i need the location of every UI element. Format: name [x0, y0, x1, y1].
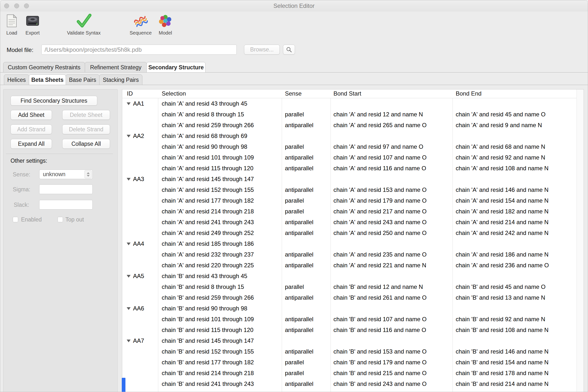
table-row[interactable]: chain 'A' and resid 152 through 155antip… [122, 184, 577, 195]
cell-selection: chain 'B' and resid 241 through 243 [158, 378, 282, 389]
cell-sense: antiparallel [282, 228, 330, 238]
table-row[interactable]: AA6chain 'B' and resid 90 through 98 [122, 303, 577, 314]
model-button[interactable]: Model [158, 12, 172, 36]
validate-syntax-button[interactable]: Validate Syntax [67, 12, 101, 36]
disclosure-triangle-icon[interactable] [127, 242, 130, 245]
cell-sense: antiparallel [282, 260, 330, 271]
cell-selection: chain 'A' and resid 232 through 237 [158, 249, 282, 260]
cell-bond-start: chain 'B' and resid 12 and name N [330, 282, 452, 292]
load-label: Load [6, 30, 18, 36]
disclosure-triangle-icon[interactable] [127, 307, 130, 310]
table-row[interactable]: chain 'B' and resid 8 through 15parallel… [122, 282, 577, 292]
sigma-input[interactable] [39, 184, 92, 194]
table-row[interactable]: chain 'B' and resid 241 through 243antip… [122, 378, 577, 389]
cell-bond-end: chain 'A' and resid 45 and name O [452, 109, 577, 120]
table-row[interactable]: chain 'A' and resid 115 through 120antip… [122, 163, 577, 174]
sub-tabs: Helices Beta Sheets Base Pairs Stacking … [4, 74, 142, 85]
tab-secondary-structure[interactable]: Secondary Structure [146, 62, 206, 72]
table-row[interactable]: AA4chain 'A' and resid 185 through 186 [122, 238, 577, 249]
cell-bond-start: chain 'A' and resid 116 and name O [330, 163, 452, 174]
column-header-bond-start[interactable]: Bond Start [330, 90, 452, 98]
table-row[interactable]: chain 'B' and resid 177 through 182paral… [122, 357, 577, 368]
cell-selection: chain 'A' and resid 241 through 243 [158, 217, 282, 228]
cell-bond-start: chain 'A' and resid 97 and name O [330, 141, 452, 152]
table-row[interactable]: chain 'A' and resid 214 through 218paral… [122, 206, 577, 217]
sequence-button[interactable]: Sequence [130, 12, 152, 36]
cell-selection: chain 'A' and resid 90 through 98 [158, 141, 282, 152]
cell-sense: antiparallel [282, 217, 330, 228]
cell-bond-end: chain 'A' and resid 154 and name N [452, 195, 577, 206]
cell-bond-end: chain 'A' and resid 242 and name N [452, 228, 577, 238]
cell-id: AA7 [122, 336, 158, 346]
table-row[interactable]: chain 'A' and resid 259 through 266antip… [122, 120, 577, 130]
slack-input[interactable] [39, 200, 92, 210]
tab-beta-sheets[interactable]: Beta Sheets [29, 74, 66, 85]
cell-bond-start: chain 'A' and resid 153 and name O [330, 184, 452, 195]
table-row[interactable]: AA7chain 'B' and resid 145 through 147 [122, 336, 577, 346]
table-row[interactable]: chain 'B' and resid 115 through 120antip… [122, 324, 577, 336]
table-row[interactable]: AA1chain 'A' and resid 43 through 45 [122, 98, 577, 109]
disclosure-triangle-icon[interactable] [127, 340, 130, 342]
sense-dropdown[interactable]: unknown [39, 170, 92, 179]
tab-helices[interactable]: Helices [4, 74, 29, 85]
sequence-squiggle-icon [133, 12, 148, 30]
disclosure-triangle-icon[interactable] [127, 178, 130, 180]
add-sheet-button[interactable]: Add Sheet [10, 110, 52, 120]
table-row[interactable]: chain 'A' and resid 220 through 225antip… [122, 260, 577, 271]
search-button[interactable] [283, 44, 295, 55]
table-row[interactable]: chain 'A' and resid 232 through 237antip… [122, 249, 577, 260]
table-row[interactable]: chain 'A' and resid 241 through 243antip… [122, 217, 577, 228]
column-header-id[interactable]: ID [122, 90, 158, 98]
table-header: ID Selection Sense Bond Start Bond End [122, 90, 577, 98]
browse-button[interactable]: Browse... [244, 44, 280, 55]
find-secondary-structures-button[interactable]: Find Secondary Structures [10, 96, 97, 106]
cell-bond-end: chain 'A' and resid 236 and name O [452, 260, 577, 271]
load-button[interactable]: Load [6, 12, 18, 36]
cell-bond-end: chain 'B' and resid 45 and name O [452, 282, 577, 292]
column-header-bond-end[interactable]: Bond End [452, 90, 577, 98]
column-header-sense[interactable]: Sense [282, 90, 330, 98]
column-header-selection[interactable]: Selection [158, 90, 282, 98]
tab-refinement-strategy[interactable]: Refinement Strategy [85, 62, 147, 72]
vertical-scrollbar[interactable] [576, 90, 584, 392]
enabled-checkbox[interactable] [13, 217, 18, 222]
disclosure-triangle-icon[interactable] [127, 135, 130, 138]
tab-base-pairs[interactable]: Base Pairs [66, 74, 100, 85]
add-strand-button[interactable]: Add Strand [10, 124, 52, 134]
cell-bond-end: chain 'A' and resid 214 and name N [452, 217, 577, 228]
table-row[interactable]: AA2chain 'A' and resid 68 through 69 [122, 130, 577, 141]
partially-visible-selected-row[interactable] [122, 378, 126, 392]
column-divider [158, 90, 158, 392]
main-tabs: Custom Geometry Restraints Refinement St… [3, 62, 205, 72]
cell-bond-end: chain 'B' and resid 178 and name N [452, 368, 577, 378]
tab-stacking-pairs[interactable]: Stacking Pairs [99, 74, 142, 85]
table-row[interactable]: chain 'B' and resid 259 through 266antip… [122, 292, 577, 303]
table-row[interactable]: chain 'B' and resid 152 through 155antip… [122, 346, 577, 357]
cell-bond-end: chain 'B' and resid 108 and name N [452, 324, 577, 336]
table-row[interactable]: chain 'A' and resid 8 through 15parallel… [122, 109, 577, 120]
table-row[interactable]: AA5chain 'B' and resid 43 through 45 [122, 271, 577, 282]
cell-selection: chain 'B' and resid 214 through 218 [158, 368, 282, 378]
top-out-checkbox[interactable] [58, 217, 63, 222]
cell-sense: parallel [282, 357, 330, 368]
table-row[interactable]: chain 'A' and resid 177 through 182paral… [122, 195, 577, 206]
delete-sheet-button[interactable]: Delete Sheet [62, 110, 110, 120]
expand-all-button[interactable]: Expand All [10, 139, 52, 149]
table-row[interactable]: chain 'B' and resid 101 through 109antip… [122, 314, 577, 324]
table-row[interactable]: chain 'A' and resid 101 through 109antip… [122, 152, 577, 163]
table-row[interactable]: chain 'A' and resid 90 through 98paralle… [122, 141, 577, 152]
delete-strand-button[interactable]: Delete Strand [62, 124, 110, 134]
table-row[interactable]: chain 'B' and resid 214 through 218paral… [122, 368, 577, 378]
sense-label: Sense: [13, 171, 30, 178]
model-file-input[interactable]: /Users/bkpoon/projects/test/5h8k.pdb [42, 44, 237, 55]
table-row[interactable]: AA3chain 'A' and resid 145 through 147 [122, 174, 577, 184]
table-row[interactable]: chain 'A' and resid 249 through 252antip… [122, 228, 577, 238]
export-button[interactable]: Export [26, 12, 40, 36]
cell-bond-end: chain 'A' and resid 108 and name N [452, 163, 577, 174]
disclosure-triangle-icon[interactable] [127, 275, 130, 278]
disclosure-triangle-icon[interactable] [127, 102, 130, 105]
collapse-all-button[interactable]: Collapse All [62, 139, 110, 149]
tab-custom-geometry-restraints[interactable]: Custom Geometry Restraints [3, 62, 85, 72]
cell-bond-start: chain 'A' and resid 265 and name O [330, 120, 452, 130]
cell-bond-end: chain 'A' and resid 68 and name N [452, 141, 577, 152]
